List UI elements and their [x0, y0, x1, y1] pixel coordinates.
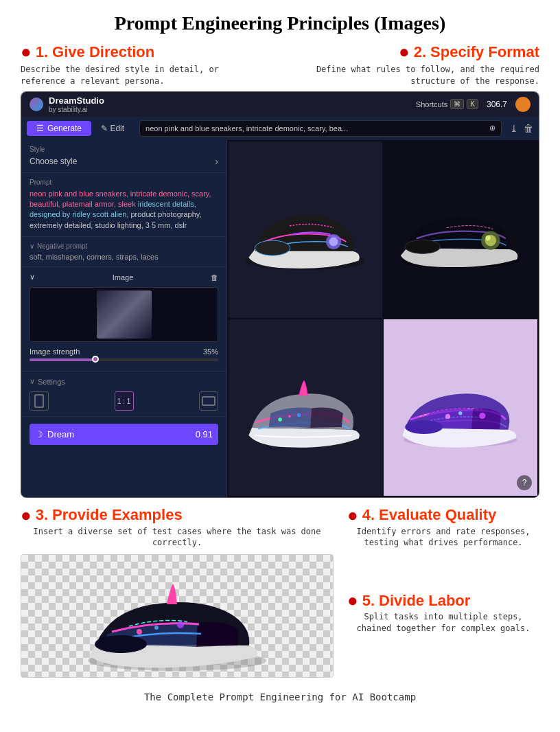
- prompt-bar-icon: ⊕: [489, 124, 495, 133]
- annotation-3-sub: Insert a diverse set of test cases where…: [21, 526, 334, 549]
- ratio-box-left[interactable]: [30, 391, 49, 411]
- strength-row: Image strength 35%: [30, 347, 218, 356]
- annotation-1-sub: Describe the desired style in detail, or…: [21, 64, 254, 87]
- dreamstudio-app: DreamStudio by stability.ai Shortcuts ⌘ …: [21, 91, 539, 498]
- annotation-2-sub: Define what rules to follow, and the req…: [306, 64, 539, 87]
- svg-point-24: [95, 635, 147, 653]
- image-chevron-icon: ∨: [30, 273, 35, 282]
- help-badge[interactable]: ?: [517, 475, 532, 490]
- strength-thumb: [92, 356, 99, 363]
- ratio-row: 1 : 1: [30, 391, 218, 411]
- annotation-5-number: 5.: [362, 592, 375, 610]
- dream-value: 0.91: [196, 429, 213, 439]
- app-name: DreamStudio: [49, 95, 104, 106]
- bullet-4: ●: [347, 505, 358, 526]
- app-sub-name: by stability.ai: [49, 106, 104, 113]
- prompt-text-display[interactable]: neon pink and blue sneakers, intricate d…: [30, 189, 218, 231]
- strength-slider[interactable]: [30, 358, 218, 361]
- download-icon[interactable]: ⤓: [510, 123, 518, 134]
- app-name-group: DreamStudio by stability.ai: [49, 95, 104, 113]
- footer-text: The Complete Prompt Engineering for AI B…: [0, 691, 560, 716]
- sneaker-image-3: [236, 328, 375, 486]
- bottom-right: ● 4. Evaluate Quality Identify errors an…: [347, 505, 539, 678]
- svg-rect-1: [202, 397, 215, 405]
- kbd-cmd: ⌘: [450, 99, 464, 109]
- svg-point-4: [329, 238, 338, 247]
- image-grid: ?: [227, 140, 539, 497]
- svg-rect-0: [35, 395, 43, 407]
- dream-button[interactable]: ☽ Dream 0.91: [30, 424, 218, 445]
- bullet-3: ●: [21, 505, 32, 526]
- annotation-4-text: Evaluate Quality: [379, 506, 496, 524]
- annotation-5-sub: Split tasks into multiple steps, chained…: [347, 611, 539, 634]
- prompt-display-bar[interactable]: neon pink and blue sneakers, intricate d…: [139, 120, 502, 137]
- style-section: Style Choose style ›: [21, 140, 226, 173]
- bullet-1: ●: [21, 41, 32, 62]
- toolbar-action-icons: ⤓ 🗑: [510, 123, 533, 134]
- style-arrow-icon: ›: [215, 156, 218, 167]
- dream-moon-icon: ☽: [35, 429, 43, 439]
- grid-cell-2: [384, 141, 537, 318]
- prompt-section: Prompt neon pink and blue sneakers, intr…: [21, 173, 226, 238]
- titlebar-left: DreamStudio by stability.ai: [30, 95, 104, 113]
- shortcuts-label: Shortcuts ⌘ K: [416, 99, 478, 109]
- example-image-box: [21, 554, 334, 678]
- svg-point-5: [255, 241, 290, 256]
- annotation-4-sub: Identify errors and rate responses, test…: [347, 526, 539, 549]
- image-section: ∨ Image 🗑 Image strength 35%: [21, 267, 226, 371]
- strength-fill: [30, 358, 95, 361]
- negative-label: ∨ Negative prompt: [30, 242, 218, 250]
- image-thumbnail[interactable]: [30, 287, 218, 342]
- annotation-3-heading: ● 3. Provide Examples: [21, 505, 334, 526]
- svg-point-9: [486, 236, 491, 240]
- annotation-5-container: ● 5. Divide Labor Split tasks into multi…: [347, 590, 539, 634]
- ratio-box-right[interactable]: [199, 391, 218, 411]
- annotation-4-heading: ● 4. Evaluate Quality: [347, 505, 539, 526]
- style-label: Style: [30, 146, 218, 153]
- annotation-1-heading: ● 1. Give Direction: [21, 41, 154, 62]
- trash-icon[interactable]: 🗑: [524, 123, 533, 134]
- strength-value: 35%: [203, 347, 218, 356]
- prompt-section-label: Prompt: [30, 179, 218, 186]
- strength-label: Image strength: [30, 347, 80, 356]
- settings-section: ∨ Settings 1 : 1: [21, 371, 226, 417]
- edit-button[interactable]: ✎ Edit: [94, 121, 131, 136]
- prompt-bar-text: neon pink and blue sneakers, intricate d…: [145, 124, 348, 133]
- svg-point-10: [405, 240, 440, 254]
- annotation-3-number: 3.: [36, 506, 48, 524]
- negative-chevron-icon: ∨: [30, 242, 34, 250]
- app-titlebar: DreamStudio by stability.ai Shortcuts ⌘ …: [21, 92, 539, 117]
- dream-label: Dream: [47, 429, 74, 439]
- bottom-left: ● 3. Provide Examples Insert a diverse s…: [21, 505, 334, 678]
- app-toolbar: ☰ Generate ✎ Edit neon pink and blue sne…: [21, 117, 539, 140]
- portrait-icon: [34, 394, 45, 408]
- style-row[interactable]: Choose style ›: [30, 156, 218, 167]
- annotation-5-heading: ● 5. Divide Labor: [347, 590, 539, 611]
- negative-section: ∨ Negative prompt soft, misshapen, corne…: [21, 237, 226, 267]
- grid-cell-4: ?: [384, 319, 537, 496]
- bullet-2: ●: [399, 41, 410, 62]
- image-trash-icon[interactable]: 🗑: [211, 273, 218, 282]
- svg-point-19: [405, 420, 443, 434]
- example-sneaker-svg: [74, 558, 280, 674]
- svg-point-18: [479, 413, 485, 419]
- user-avatar[interactable]: [515, 97, 530, 112]
- sneaker-image-1: [236, 150, 375, 308]
- settings-chevron-icon: ∨: [30, 377, 35, 386]
- svg-point-13: [288, 415, 291, 418]
- settings-label: Settings: [38, 378, 65, 386]
- svg-point-12: [279, 418, 282, 422]
- grid-cell-1: [229, 141, 382, 318]
- grid-cell-3: [229, 319, 382, 496]
- annotation-4-number: 4.: [362, 506, 375, 524]
- generate-button[interactable]: ☰ Generate: [27, 121, 91, 136]
- sneaker-image-4: [391, 328, 530, 486]
- svg-point-16: [445, 414, 450, 419]
- ratio-center[interactable]: 1 : 1: [115, 391, 134, 411]
- app-logo: [30, 98, 43, 111]
- svg-point-23: [177, 621, 184, 628]
- negative-text[interactable]: soft, misshapen, corners, straps, laces: [30, 253, 218, 261]
- thumbnail-placeholder: [97, 290, 152, 339]
- sneaker-image-2: [391, 150, 530, 308]
- credits-display: 306.7: [487, 100, 507, 109]
